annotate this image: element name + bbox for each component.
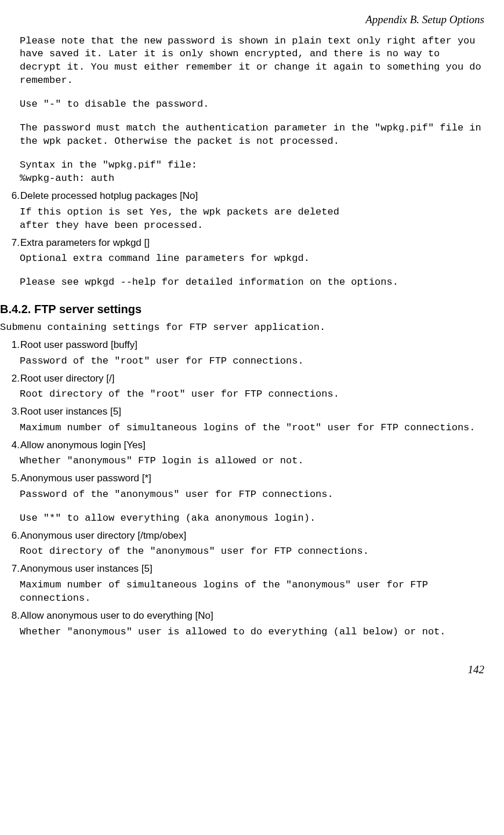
ftp-option-8-label: Allow anonymous user to do everything [N… — [20, 609, 213, 623]
ftp-option-6: 6. Anonymous user directory [/tmp/obex] — [7, 529, 484, 543]
ftp-option-7-num: 7. — [7, 562, 20, 576]
ftp-option-6-label: Anonymous user directory [/tmp/obex] — [20, 529, 186, 543]
option-7-label: Extra parameters for wpkgd [] — [20, 236, 150, 251]
ftp-option-4-label: Allow anonymous login [Yes] — [20, 438, 146, 453]
option-6-num: 6. — [7, 189, 20, 204]
password-note-1: Please note that the new password is sho… — [20, 35, 484, 88]
ftp-option-4-desc: Whether "anonymous" FTP login is allowed… — [20, 455, 484, 468]
page-number: 142 — [0, 662, 484, 678]
ftp-option-6-desc: Root directory of the "anonymous" user f… — [20, 545, 484, 558]
ftp-option-6-num: 6. — [7, 529, 20, 543]
ftp-option-5-desc-1: Password of the "anonymous" user for FTP… — [20, 488, 484, 502]
option-6-desc: If this option is set Yes, the wpk packe… — [20, 206, 484, 233]
ftp-option-1-num: 1. — [7, 338, 20, 353]
ftp-option-5-num: 5. — [7, 471, 20, 486]
ftp-option-5: 5. Anonymous user password [*] — [7, 471, 484, 486]
option-7-desc-1: Optional extra command line parameters f… — [20, 252, 484, 266]
ftp-option-2: 2. Root user directory [/] — [7, 372, 484, 386]
option-6: 6. Delete processed hotplug packages [No… — [7, 189, 484, 204]
ftp-option-2-label: Root user directory [/] — [20, 372, 115, 386]
password-note-2: Use "-" to disable the password. — [20, 98, 484, 111]
ftp-option-1: 1. Root user password [buffy] — [7, 338, 484, 353]
option-7: 7. Extra parameters for wpkgd [] — [7, 236, 484, 251]
ftp-option-2-desc: Root directory of the "root" user for FT… — [20, 388, 484, 401]
ftp-option-7: 7. Anonymous user instances [5] — [7, 562, 484, 576]
ftp-option-3-num: 3. — [7, 405, 20, 419]
ftp-option-7-label: Anonymous user instances [5] — [20, 562, 153, 576]
ftp-option-8-num: 8. — [7, 609, 20, 623]
option-7-desc-2: Please see wpkgd --help for detailed inf… — [20, 276, 484, 289]
section-heading-ftp: B.4.2. FTP server settings — [0, 301, 484, 318]
ftp-option-1-desc: Password of the "root" user for FTP conn… — [20, 355, 484, 368]
option-7-num: 7. — [7, 236, 20, 251]
password-note-4: Syntax in the "wpkg.pif" file: %wpkg-aut… — [20, 159, 484, 186]
ftp-option-3: 3. Root user instances [5] — [7, 405, 484, 419]
section-desc-ftp: Submenu containing settings for FTP serv… — [0, 321, 484, 335]
ftp-option-3-label: Root user instances [5] — [20, 405, 121, 419]
password-note-3: The password must match the authenticati… — [20, 122, 484, 148]
option-6-label: Delete processed hotplug packages [No] — [20, 189, 198, 204]
ftp-option-1-label: Root user password [buffy] — [20, 338, 137, 353]
ftp-option-8-desc: Whether "anonymous" user is allowed to d… — [20, 626, 484, 639]
ftp-option-4: 4. Allow anonymous login [Yes] — [7, 438, 484, 453]
ftp-option-5-label: Anonymous user password [*] — [20, 471, 151, 486]
ftp-option-7-desc: Maximum number of simultaneous logins of… — [20, 579, 484, 605]
ftp-option-4-num: 4. — [7, 438, 20, 453]
ftp-option-3-desc: Maximum number of simultaneous logins of… — [20, 422, 484, 435]
page-header: Appendix B. Setup Options — [0, 12, 484, 28]
ftp-option-8: 8. Allow anonymous user to do everything… — [7, 609, 484, 623]
ftp-option-2-num: 2. — [7, 372, 20, 386]
ftp-option-5-desc-2: Use "*" to allow everything (aka anonymo… — [20, 512, 484, 525]
